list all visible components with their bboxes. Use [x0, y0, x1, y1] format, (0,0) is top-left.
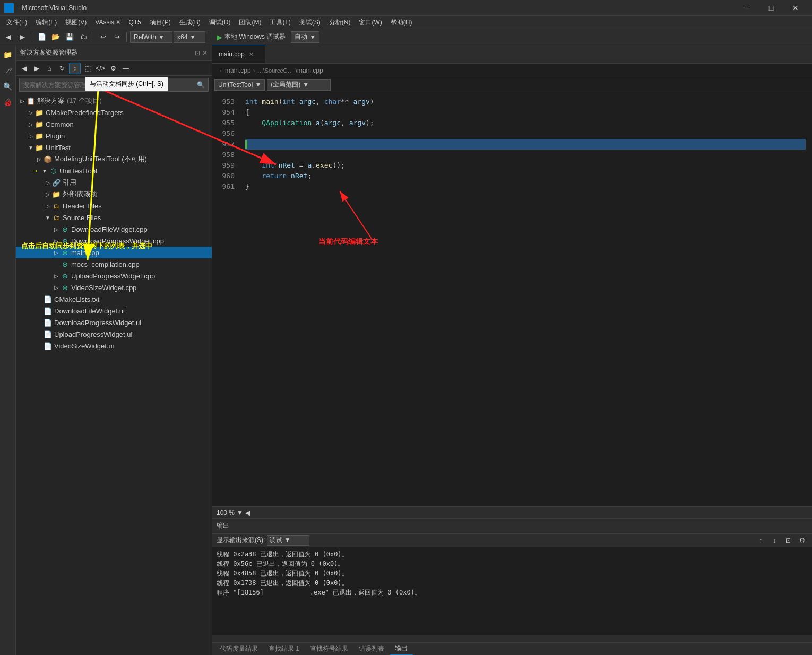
sb-collapse-btn[interactable]: —: [120, 63, 132, 74]
pin-icon[interactable]: ⊡: [195, 49, 200, 57]
tab-find-results[interactable]: 查找结果 1: [263, 643, 305, 656]
scope-dropdown[interactable]: UnitTestTool ▼: [214, 79, 265, 91]
tree-item-cmake[interactable]: ▷ 📁 CMakePredefinedTargets: [16, 107, 212, 118]
sb-back-btn[interactable]: ◀: [18, 63, 30, 74]
solution-label: 解决方案: [37, 96, 65, 106]
sb-copy-btn[interactable]: ⬚: [82, 63, 93, 74]
activity-bar: 📁 ⎇ 🔍 🐞: [0, 45, 16, 655]
menu-edit[interactable]: 编辑(E): [31, 16, 61, 29]
output-btn-1[interactable]: ↑: [755, 535, 766, 546]
tree-item-vsw-ui[interactable]: 📄 VideoSizeWidget.ui: [16, 340, 212, 352]
menu-tools[interactable]: 工具(T): [265, 16, 295, 29]
output-line-2: 线程 0x56c 已退出，返回值为 0 (0x0)。: [217, 559, 808, 569]
menu-file[interactable]: 文件(F): [2, 16, 31, 29]
tab-error-list[interactable]: 错误列表: [353, 643, 390, 656]
forward-button[interactable]: ▶: [16, 31, 29, 43]
menu-team[interactable]: 团队(M): [235, 16, 265, 29]
horizontal-scrollbar[interactable]: [212, 635, 812, 642]
folder-icon-unittest: 📁: [35, 143, 44, 152]
save-button[interactable]: 💾: [63, 31, 76, 43]
breadcrumb: → main.cpp › …\SourceC… \main.cpp: [212, 64, 812, 77]
tab-output[interactable]: 输出: [390, 643, 413, 656]
code-line-953: int main(int argc, char** argv): [245, 97, 806, 107]
back-button[interactable]: ◀: [2, 31, 15, 43]
bottom-tab-bar: 代码度量结果 查找结果 1 查找符号结果 错误列表 输出: [212, 642, 812, 655]
search-activity-icon[interactable]: 🔍: [1, 79, 15, 94]
output-btn-3[interactable]: ⊡: [782, 535, 794, 546]
tree-item-downloadfilewidget[interactable]: ▷ ⊕ DownloadFileWidget.cpp: [16, 223, 212, 235]
code-editor[interactable]: 953 954 955 956 957 958 959 960 961 int …: [212, 92, 812, 506]
menu-vassistx[interactable]: VAssistX: [91, 16, 124, 29]
sidebar-toolbar: ◀ ▶ ⌂ ↻ ↕ ⬚ </> ⚙ —: [16, 61, 212, 76]
tree-item-external[interactable]: ▷ 📁 外部依赖项: [16, 188, 212, 200]
save-all-button[interactable]: 🗂: [77, 31, 90, 43]
tree-item-mocs[interactable]: ⊕ mocs_compilation.cpp: [16, 258, 212, 270]
function-dropdown[interactable]: (全局范围) ▼: [267, 79, 331, 91]
zoom-dropdown-icon[interactable]: ▼: [237, 509, 243, 517]
tree-item-unittest[interactable]: ▼ 📁 UnitTest: [16, 142, 212, 153]
menu-window[interactable]: 窗口(W): [355, 16, 386, 29]
menu-analyze[interactable]: 分析(N): [325, 16, 355, 29]
cpp-icon-dlfw: ⊕: [61, 225, 69, 233]
tree-item-plugin[interactable]: ▷ 📁 Plugin: [16, 130, 212, 142]
sb-code-btn[interactable]: </>: [94, 63, 106, 74]
menu-debug[interactable]: 调试(D): [205, 16, 235, 29]
output-btn-4[interactable]: ⚙: [796, 535, 808, 546]
menu-view[interactable]: 视图(V): [61, 16, 91, 29]
tree-item-main-cpp[interactable]: ▷ ⊕ main.cpp: [16, 247, 212, 258]
tab-close-main-cpp[interactable]: ✕: [249, 51, 254, 58]
sb-sync-btn[interactable]: ↕: [69, 63, 81, 74]
ui-icon-vsw: 📄: [44, 342, 52, 350]
main-container: 📁 ⎇ 🔍 🐞 解决方案资源管理器 ⊡ ✕ ◀ ▶ ⌂ ↻ ↕ ⬚: [0, 45, 812, 655]
maximize-button[interactable]: □: [759, 0, 783, 16]
config-dropdown[interactable]: RelWith ▼: [130, 31, 172, 43]
redo-button[interactable]: ↪: [110, 31, 123, 43]
code-content[interactable]: int main(int argc, char** argv) { QAppli…: [239, 92, 812, 506]
run-button[interactable]: ▶ 本地 Windows 调试器: [212, 31, 290, 42]
tree-item-uploadprogresswidget[interactable]: ▷ ⊕ UploadProgressWidget.cpp: [16, 270, 212, 282]
solution-explorer-icon[interactable]: 📁: [1, 47, 15, 62]
minimize-button[interactable]: ─: [735, 0, 759, 16]
menu-build[interactable]: 生成(B): [175, 16, 205, 29]
open-button[interactable]: 📂: [49, 31, 62, 43]
toolbar-separator-4: [209, 32, 209, 42]
auto-dropdown[interactable]: 自动 ▼: [291, 31, 319, 43]
new-button[interactable]: 📄: [36, 31, 48, 43]
close-button[interactable]: ✕: [783, 0, 808, 16]
source-files-icon: 🗂: [52, 213, 61, 222]
close-panel-icon[interactable]: ✕: [202, 49, 208, 57]
tree-item-refs[interactable]: ▷ 🔗 引用: [16, 177, 212, 188]
output-btn-2[interactable]: ↓: [768, 535, 780, 546]
tab-find-symbols[interactable]: 查找符号结果: [305, 643, 353, 656]
tree-item-videosizewidget[interactable]: ▷ ⊕ VideoSizeWidget.cpp: [16, 282, 212, 293]
zoom-left-arrow[interactable]: ◀: [245, 509, 250, 517]
tree-item-solution[interactable]: ▷ 📋 解决方案 (17 个项目): [16, 95, 212, 107]
code-line-961: }: [245, 181, 806, 192]
sb-settings-btn[interactable]: ⚙: [107, 63, 119, 74]
tree-item-common[interactable]: ▷ 📁 Common: [16, 118, 212, 130]
menu-test[interactable]: 测试(S): [295, 16, 325, 29]
tab-main-cpp[interactable]: main.cpp ✕: [212, 45, 265, 63]
tree-item-cmakelists[interactable]: 📄 CMakeLists.txt: [16, 293, 212, 305]
platform-dropdown[interactable]: x64 ▼: [174, 31, 205, 43]
menu-help[interactable]: 帮助(H): [386, 16, 417, 29]
tree-item-dlpw-ui[interactable]: 📄 DownloadProgressWidget.ui: [16, 317, 212, 328]
undo-button[interactable]: ↩: [97, 31, 109, 43]
tree-item-unittesttool[interactable]: → ▼ ⬡ UnitTestTool: [16, 165, 212, 177]
tree-item-ulpw-ui[interactable]: 📄 UploadProgressWidget.ui: [16, 328, 212, 340]
sb-forward-btn[interactable]: ▶: [31, 63, 42, 74]
tree-item-dlfw-ui[interactable]: 📄 DownloadFileWidget.ui: [16, 305, 212, 317]
app-icon: [4, 3, 14, 13]
output-source-select[interactable]: 调试 ▼: [267, 535, 309, 546]
menu-project[interactable]: 项目(P): [145, 16, 175, 29]
sb-refresh-btn[interactable]: ↻: [56, 63, 68, 74]
tree-item-downloadprogresswidget[interactable]: ▷ ⊕ DownloadProgressWidget.cpp: [16, 235, 212, 247]
debug-activity-icon[interactable]: 🐞: [1, 95, 15, 110]
menu-qt5[interactable]: QT5: [124, 16, 145, 29]
tree-item-modeling[interactable]: ▷ 📦 ModelingUnitTestTool (不可用): [16, 153, 212, 165]
tab-code-metrics[interactable]: 代码度量结果: [214, 643, 263, 656]
sb-home-btn[interactable]: ⌂: [44, 63, 55, 74]
tree-item-header-files[interactable]: ▷ 🗂 Header Files: [16, 200, 212, 212]
git-icon[interactable]: ⎇: [1, 63, 15, 78]
tree-item-source-files[interactable]: ▼ 🗂 Source Files: [16, 212, 212, 223]
